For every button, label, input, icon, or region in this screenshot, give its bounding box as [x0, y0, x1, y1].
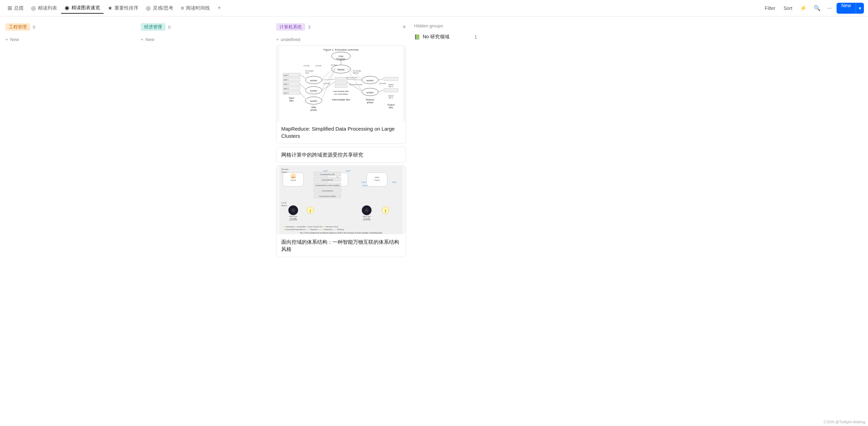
svg-text:Constrained by Loose Coupling: Constrained by Loose Coupling [315, 184, 339, 186]
column-tag-cs[interactable]: 计算机系统 [276, 23, 305, 31]
lightning-icon[interactable]: ⚡ [798, 3, 809, 13]
column-tag-engineering[interactable]: 工程管理 [5, 23, 30, 31]
column-count-cs: 3 [308, 25, 310, 30]
search-icon[interactable]: 🔍 [812, 3, 823, 13]
nav-item-list[interactable]: ◎精读列表 [28, 3, 60, 13]
svg-text:REST: REST [323, 170, 328, 172]
svg-point-103 [291, 208, 295, 212]
nav-label-timeline: 阅读时间线 [186, 5, 210, 11]
nav-item-inspire[interactable]: ◎灵感/思考 [143, 3, 177, 13]
column-economics: 经济管理 0 +New [141, 22, 271, 421]
column-header-cs: 计算机系统 3 + [276, 22, 406, 34]
hidden-group-label-no-field: No 研究领域 [423, 34, 449, 40]
svg-text:REST: REST [392, 181, 397, 183]
nav-add-button[interactable]: + [215, 2, 224, 14]
new-button[interactable]: New ▾ [837, 3, 864, 14]
svg-text:file 1: file 1 [389, 97, 393, 99]
top-nav: ⊞总揽◎精读列表◉精读图表速览★重要性排序◎灵感/思考≡阅读时间线 + Filt… [0, 0, 868, 16]
svg-text:worker: worker [366, 91, 374, 94]
new-row-plus-cs: + [276, 37, 279, 42]
svg-text:Remote: Remote [281, 168, 289, 170]
svg-rect-34 [384, 89, 398, 92]
svg-text:file 0: file 0 [389, 85, 393, 88]
svg-text:REST: REST [362, 181, 366, 183]
new-row-plus-economics: + [141, 37, 144, 42]
sort-button[interactable]: Sort [781, 4, 795, 12]
svg-text:~100ms: ~100ms [362, 185, 368, 187]
svg-text:Cloud: Cloud [374, 179, 380, 181]
nav-label-all: 总揽 [14, 5, 24, 11]
card-grid[interactable]: 网格计算中的跨域资源受控共享研究 [276, 147, 406, 163]
nav-item-priority[interactable]: ★重要性排序 [104, 3, 142, 13]
svg-text:Input: Input [289, 97, 294, 99]
svg-text:worker: worker [310, 100, 317, 102]
column-engineering: 工程管理 0 +New [5, 22, 135, 421]
card-body-grid: 网格计算中的跨域资源受控共享研究 [276, 147, 406, 162]
card-iot[interactable]: AWS Cloud Mi Cloud AWS Cloud Remote Spac… [276, 165, 406, 257]
svg-text:(3) read: (3) read [323, 82, 330, 84]
svg-text:worker: worker [310, 90, 317, 92]
column-header-economics: 经济管理 0 [141, 22, 271, 34]
new-button-main[interactable]: New [837, 3, 856, 14]
svg-text:Map: Map [311, 106, 316, 109]
hidden-groups-header: Hidden groups [414, 22, 477, 32]
nav-item-gallery[interactable]: ◉精读图表速览 [61, 2, 104, 14]
svg-text:REST: REST [346, 170, 351, 172]
svg-text:Constrained by IAF: Constrained by IAF [320, 173, 335, 175]
new-row-label-engineering: New [10, 37, 19, 42]
svg-text:split 0: split 0 [284, 74, 288, 76]
svg-text:⚡ Interaction  ○ Accessible  □: ⚡ Interaction ○ Accessible □ Zone Contex… [283, 225, 338, 228]
nav-icon-priority: ★ [108, 5, 112, 11]
svg-line-47 [300, 84, 306, 89]
new-row-plus-engineering: + [5, 37, 8, 42]
svg-text:AWS: AWS [375, 176, 379, 178]
filter-button[interactable]: Filter [762, 4, 778, 12]
svg-text:Cloud: Cloud [290, 179, 296, 181]
column-tag-economics[interactable]: 经济管理 [141, 23, 165, 31]
new-card-button-engineering[interactable]: +New [5, 36, 135, 43]
svg-text:→ Accessible Dependence  ---→ : → Accessible Dependence ---→ Request ——→… [283, 228, 344, 230]
svg-text:Intermediate files: Intermediate files [333, 90, 349, 92]
hidden-groups-panel: Hidden groups 📗 No 研究领域 1 [411, 22, 480, 421]
column-header-engineering: 工程管理 0 [5, 22, 135, 34]
nav-right-actions: Filter Sort ⚡ 🔍 ··· New ▾ [762, 3, 864, 14]
svg-text:split 4: split 4 [284, 92, 288, 94]
nav-label-priority: 重要性排序 [114, 5, 138, 11]
svg-line-56 [322, 68, 335, 79]
new-row-label-economics: New [146, 37, 154, 42]
svg-text:(on local disks): (on local disks) [334, 93, 348, 95]
new-row-label-cs: undefined [281, 37, 300, 42]
card-mapreduce[interactable]: Figure 1: Execution overview User Progra… [276, 45, 406, 144]
svg-text:💡: 💡 [384, 209, 387, 212]
column-cs: 计算机系统 3 + +undefined Figure 1: Execution… [276, 22, 406, 421]
nav-item-timeline[interactable]: ≡阅读时间线 [177, 3, 213, 13]
card-image-mapreduce: Figure 1: Execution overview User Progra… [276, 46, 406, 121]
hidden-group-item-no-field[interactable]: 📗 No 研究领域 1 [414, 32, 477, 41]
more-options-button[interactable]: ··· [825, 4, 834, 13]
svg-text:Local: Local [281, 202, 286, 204]
svg-text:💡: 💡 [309, 209, 312, 212]
new-card-button-economics[interactable]: +New [141, 36, 271, 43]
svg-text:reduce: reduce [353, 72, 359, 74]
book-icon-no-field: 📗 [414, 34, 420, 40]
column-add-cs[interactable]: + [402, 24, 406, 31]
svg-text:worker: worker [310, 79, 317, 82]
svg-text:Figure 1: Execution overview: Figure 1: Execution overview [324, 48, 359, 51]
column-count-engineering: 0 [33, 25, 35, 30]
svg-text:worker: worker [366, 79, 374, 82]
nav-item-all[interactable]: ⊞总揽 [4, 3, 27, 13]
card-body-iot: 面向控域的体系结构：一种智能万物互联的体系结构风格 [276, 234, 406, 257]
svg-text:Fig. 5  The architectural revo: Fig. 5 The architectural revolutions bas… [300, 232, 382, 234]
svg-point-109 [365, 208, 369, 212]
svg-text:map: map [305, 72, 309, 74]
svg-text:Constrained by: Constrained by [322, 179, 333, 181]
svg-text:phase: phase [367, 101, 373, 104]
new-card-button-cs[interactable]: +undefined [276, 36, 406, 43]
svg-point-75 [290, 173, 296, 179]
nav-icon-all: ⊞ [8, 5, 12, 11]
card-image-iot: AWS Cloud Mi Cloud AWS Cloud Remote Spac… [276, 166, 406, 234]
svg-text:split 2: split 2 [284, 83, 288, 85]
svg-text:(1) fork: (1) fork [303, 65, 310, 67]
svg-text:Space: Space [281, 171, 287, 173]
new-button-dropdown[interactable]: ▾ [856, 3, 864, 14]
